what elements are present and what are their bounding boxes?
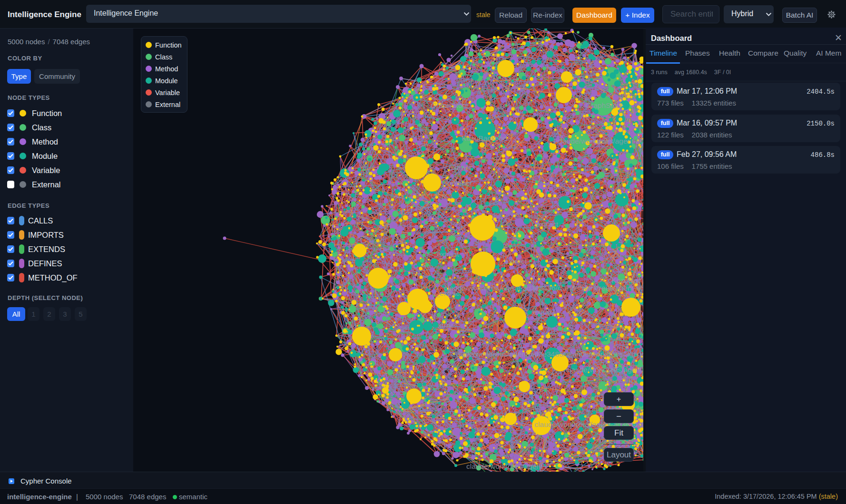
svg-text:GraphStore: GraphStore [431,101,469,109]
svg-text:claude/worktrees/agent-ad3e348: claude/worktrees/agent-ad3e3485/.claude/… [452,350,643,358]
svg-text:extract: extract [533,308,555,316]
svg-text:_xtract: _xtract [433,321,456,330]
svg-text:extract: extract [437,250,459,258]
svg-text:_extract: _extract [531,220,559,228]
svg-text:_extract: _extract [444,164,472,172]
svg-text:claude/worktrees/agent: claude/worktrees/agent [566,366,642,374]
svg-text:KozuBac: KozuBac [611,276,641,284]
svg-text:KuzuBackend: KuzuBackend [462,134,507,142]
svg-text:GraphStore: GraphStore [585,101,623,109]
svg-text:claude/worktrees/agent-ad3e349: claude/worktrees/agent-ad3e3496/claude/w… [444,284,643,292]
svg-text:extract: extract [450,179,472,187]
svg-text:claude/worktrees/agent: claude/worktrees/agent [466,462,543,470]
svg-text:claude/worktrees/agent-a0a: claude/worktrees/agent-a0a [557,137,643,145]
svg-text:_extract: _extract [500,257,527,265]
